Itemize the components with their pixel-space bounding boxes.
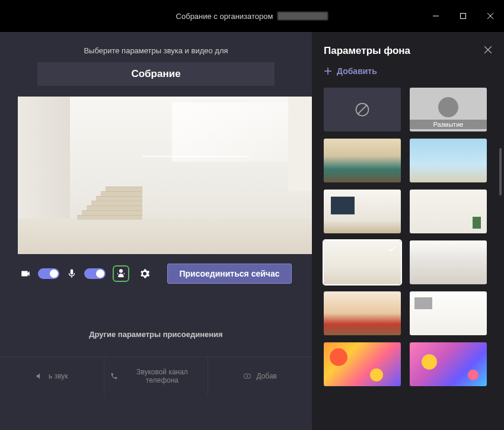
add-room-label: Добав: [256, 372, 277, 380]
bg-tile-none[interactable]: [324, 88, 401, 131]
background-settings-panel: Параметры фона Добавить Размытие: [312, 32, 504, 430]
other-join-options-label: Другие параметры присоединения: [0, 330, 312, 339]
bg-tile-lounge[interactable]: [324, 291, 401, 335]
join-now-button[interactable]: Присоединиться сейчас: [167, 264, 292, 284]
left-panel: Выберите параметры звука и видео для Соб…: [0, 32, 312, 430]
room-icon: [243, 372, 251, 380]
camera-toggle[interactable]: [38, 268, 59, 279]
check-icon: [388, 244, 397, 253]
maximize-button[interactable]: [449, 0, 477, 32]
add-room-option[interactable]: Добав: [208, 357, 312, 395]
meeting-title-box: Собрание: [37, 62, 275, 86]
title-prefix: Собрание с организатором: [176, 12, 273, 21]
phone-icon: [110, 372, 118, 380]
instruction-text: Выберите параметры звука и видео для: [0, 46, 312, 55]
mic-toggle[interactable]: [84, 268, 106, 279]
phone-audio-option[interactable]: Звуковой канал телефона: [104, 357, 209, 395]
speaker-icon: [36, 372, 44, 380]
bg-tile-office-1[interactable]: [324, 139, 401, 182]
plus-icon: [324, 67, 332, 75]
svg-point-5: [247, 376, 248, 377]
close-button[interactable]: [477, 0, 504, 32]
none-icon: [354, 101, 371, 118]
bg-tile-minimal-room[interactable]: [410, 291, 487, 335]
avatar-icon: [438, 97, 458, 117]
bg-tile-white-room-1[interactable]: [324, 240, 401, 284]
background-filters-button[interactable]: [113, 265, 129, 282]
settings-button[interactable]: [136, 265, 153, 282]
titlebar: Собрание с организатором: [0, 0, 504, 32]
add-background-button[interactable]: Добавить: [324, 66, 492, 76]
audio-off-option[interactable]: ь звук: [0, 357, 104, 395]
add-background-label: Добавить: [337, 66, 377, 76]
panel-title: Параметры фона: [324, 45, 410, 57]
bg-tile-abstract-2[interactable]: [410, 342, 487, 386]
video-preview: [18, 97, 312, 254]
bg-tile-white-room-2[interactable]: [410, 240, 487, 284]
organizer-name-redacted: [277, 12, 328, 20]
bg-tile-loft[interactable]: [324, 190, 401, 233]
bg-tile-beach[interactable]: [410, 139, 487, 182]
bg-tile-abstract-1[interactable]: [324, 342, 401, 386]
phone-audio-label: Звуковой канал телефона: [123, 368, 202, 384]
window-title: Собрание с организатором: [176, 12, 328, 21]
panel-close-button[interactable]: [484, 46, 492, 56]
minimize-button[interactable]: [422, 0, 449, 32]
mic-icon: [66, 268, 77, 279]
audio-off-label: ь звук: [49, 372, 68, 380]
svg-rect-1: [461, 14, 466, 19]
bg-tile-room-plant[interactable]: [410, 190, 487, 233]
svg-line-11: [358, 105, 367, 114]
bg-tile-blur[interactable]: Размытие: [410, 88, 487, 131]
camera-icon: [20, 268, 31, 279]
blur-label: Размытие: [410, 120, 487, 129]
scrollbar[interactable]: [499, 148, 502, 195]
meeting-title: Собрание: [43, 68, 269, 80]
close-icon: [484, 46, 492, 54]
